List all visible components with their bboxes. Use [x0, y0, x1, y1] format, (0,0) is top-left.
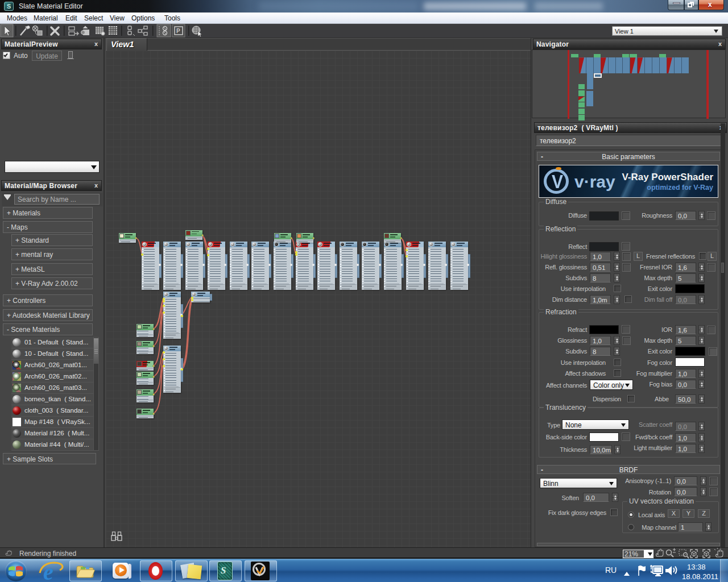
svg-text:P: P: [176, 28, 180, 34]
